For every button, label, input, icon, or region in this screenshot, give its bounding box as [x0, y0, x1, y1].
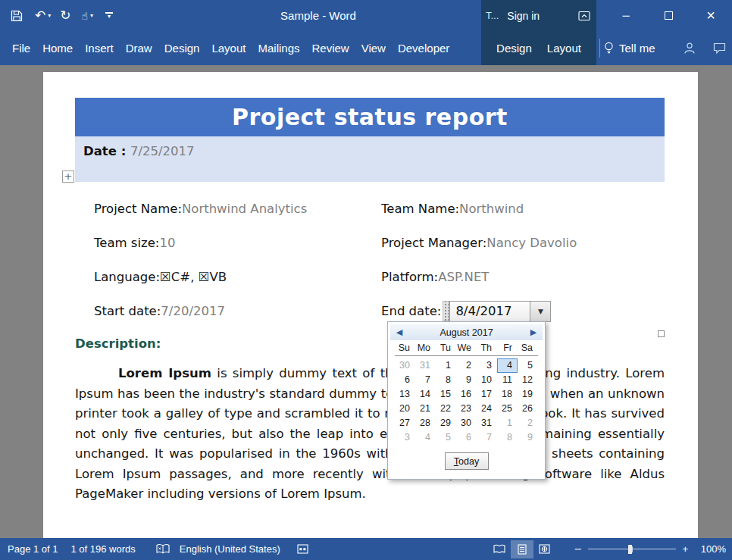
calendar-day[interactable]: 19: [518, 387, 538, 402]
zoom-slider[interactable]: [588, 540, 676, 558]
macro-record-button[interactable]: [297, 544, 308, 554]
save-icon[interactable]: [11, 10, 23, 22]
zoom-in-button[interactable]: +: [682, 543, 688, 555]
tab-home[interactable]: Home: [37, 42, 78, 55]
web-layout-button[interactable]: [533, 540, 556, 558]
tell-me-button[interactable]: Tell me: [604, 31, 655, 65]
undo-dropdown-icon[interactable]: ▾: [48, 12, 51, 19]
zoom-slider-thumb[interactable]: [628, 545, 632, 554]
end-date-value[interactable]: 8/4/2017: [449, 301, 530, 322]
tab-mailings[interactable]: Mailings: [252, 42, 305, 55]
contextual-tab-design[interactable]: Design: [496, 42, 532, 55]
calendar-day[interactable]: 8: [497, 430, 518, 445]
calendar-day[interactable]: 21: [415, 402, 436, 416]
calendar-day[interactable]: 9: [518, 430, 538, 445]
start-date-value[interactable]: 7/20/2017: [161, 302, 225, 321]
ribbon-display-options-button[interactable]: [578, 11, 590, 21]
calendar-day[interactable]: 3: [395, 430, 415, 445]
calendar-day[interactable]: 1: [436, 358, 456, 373]
calendar-day[interactable]: 9: [456, 373, 477, 387]
calendar-month-label[interactable]: August 2017: [408, 327, 524, 338]
tab-draw[interactable]: Draw: [120, 42, 158, 55]
calendar-day[interactable]: 6: [395, 373, 415, 387]
content-control-handle[interactable]: [443, 301, 449, 321]
end-date-dropdown-button[interactable]: ▼: [530, 301, 551, 322]
tab-file[interactable]: File: [7, 42, 36, 55]
undo-button[interactable]: ↶ ▾: [35, 9, 51, 22]
calendar-day[interactable]: 5: [436, 430, 456, 445]
calendar-day[interactable]: 15: [436, 387, 456, 402]
comments-button[interactable]: [713, 42, 726, 55]
team-size-value[interactable]: 10: [159, 234, 175, 252]
touch-mode-dropdown-icon[interactable]: ▾: [90, 12, 93, 19]
touch-mouse-mode-button[interactable]: ☝ ▾: [82, 11, 94, 21]
calendar-day[interactable]: 31: [415, 358, 436, 373]
page-indicator[interactable]: Page 1 of 1: [8, 543, 58, 555]
calendar-day[interactable]: 11: [497, 373, 518, 387]
calendar-day[interactable]: 28: [415, 416, 436, 430]
today-button[interactable]: Today: [445, 452, 489, 470]
team-name-value[interactable]: Northwind: [459, 200, 524, 218]
calendar-day[interactable]: 30: [395, 358, 415, 373]
zoom-level[interactable]: 100%: [697, 543, 726, 555]
calendar-next-button[interactable]: ▶: [524, 327, 543, 337]
calendar-day[interactable]: 30: [456, 416, 477, 430]
calendar-day[interactable]: 7: [477, 430, 497, 445]
calendar-day[interactable]: 22: [436, 402, 456, 416]
language-checkboxes[interactable]: ☒C#, ☒VB: [160, 268, 227, 286]
project-name-value[interactable]: Northwind Analytics: [182, 200, 307, 218]
table-move-handle[interactable]: +: [62, 171, 74, 183]
print-layout-button[interactable]: [511, 540, 533, 558]
minimize-button[interactable]: ─: [605, 0, 647, 31]
word-count[interactable]: 1 of 196 words: [71, 543, 136, 555]
calendar-day[interactable]: 2: [456, 358, 477, 373]
calendar-day[interactable]: 10: [477, 373, 497, 387]
calendar-day[interactable]: 4: [497, 358, 518, 373]
zoom-out-button[interactable]: −: [574, 543, 583, 555]
date-value[interactable]: 7/25/2017: [130, 144, 195, 158]
calendar-day[interactable]: 6: [456, 430, 477, 445]
redo-button[interactable]: ↻: [60, 9, 70, 22]
tab-layout[interactable]: Layout: [206, 42, 251, 55]
maximize-button[interactable]: [647, 0, 690, 31]
contextual-tab-layout[interactable]: Layout: [547, 42, 581, 55]
calendar-day[interactable]: 13: [395, 387, 415, 402]
calendar-day[interactable]: 5: [518, 358, 538, 373]
calendar-day[interactable]: 7: [415, 373, 436, 387]
calendar-day[interactable]: 17: [477, 387, 497, 402]
project-manager-value[interactable]: Nancy Davolio: [486, 234, 577, 252]
tab-view[interactable]: View: [356, 42, 391, 55]
calendar-day[interactable]: 8: [436, 373, 456, 387]
language-status[interactable]: English (United States): [180, 543, 280, 555]
platform-value[interactable]: ASP.NET: [438, 268, 489, 286]
calendar-day[interactable]: 26: [518, 402, 538, 416]
read-mode-button[interactable]: [488, 540, 511, 558]
close-button[interactable]: ×: [690, 0, 732, 31]
tab-review[interactable]: Review: [307, 42, 355, 55]
proofing-status-button[interactable]: [156, 543, 170, 555]
calendar-day[interactable]: 20: [395, 402, 415, 416]
calendar-prev-button[interactable]: ◀: [390, 327, 408, 337]
customize-qat-button[interactable]: ▾: [105, 12, 113, 19]
calendar-day[interactable]: 24: [477, 402, 497, 416]
calendar-day[interactable]: 23: [456, 402, 477, 416]
calendar-day[interactable]: 29: [436, 416, 456, 430]
calendar-day[interactable]: 12: [518, 373, 538, 387]
calendar-day[interactable]: 4: [415, 430, 436, 445]
calendar-day[interactable]: 27: [395, 416, 415, 430]
person-icon: [683, 42, 696, 55]
share-person-button[interactable]: [683, 42, 696, 55]
table-resize-handle[interactable]: [658, 330, 665, 337]
calendar-day[interactable]: 3: [477, 358, 497, 373]
calendar-day[interactable]: 2: [518, 416, 538, 430]
tab-developer[interactable]: Developer: [393, 42, 455, 55]
tab-insert[interactable]: Insert: [80, 42, 119, 55]
calendar-day[interactable]: 1: [497, 416, 518, 430]
calendar-day[interactable]: 14: [415, 387, 436, 402]
calendar-day[interactable]: 16: [456, 387, 477, 402]
tab-design[interactable]: Design: [159, 42, 205, 55]
sign-in-button[interactable]: Sign in: [507, 10, 540, 22]
calendar-day[interactable]: 31: [477, 416, 497, 430]
calendar-day[interactable]: 18: [497, 387, 518, 402]
calendar-day[interactable]: 25: [497, 402, 518, 416]
